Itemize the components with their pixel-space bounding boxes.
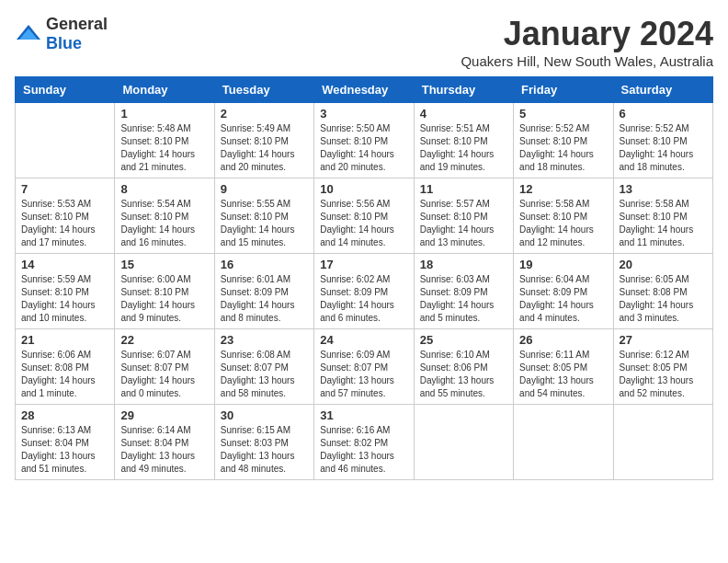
calendar-cell: 4Sunrise: 5:51 AM Sunset: 8:10 PM Daylig… <box>414 103 513 178</box>
day-info: Sunrise: 5:52 AM Sunset: 8:10 PM Dayligh… <box>519 122 607 174</box>
logo-general: General <box>46 15 108 33</box>
calendar-cell: 25Sunrise: 6:10 AM Sunset: 8:06 PM Dayli… <box>414 329 513 405</box>
calendar-cell: 19Sunrise: 6:04 AM Sunset: 8:09 PM Dayli… <box>514 254 613 329</box>
day-info: Sunrise: 6:09 AM Sunset: 8:07 PM Dayligh… <box>320 349 407 400</box>
calendar-subtitle: Quakers Hill, New South Wales, Australia <box>461 53 713 69</box>
logo-icon <box>15 23 42 45</box>
calendar-cell: 15Sunrise: 6:00 AM Sunset: 8:10 PM Dayli… <box>115 254 214 329</box>
day-info: Sunrise: 6:06 AM Sunset: 8:08 PM Dayligh… <box>21 349 108 400</box>
calendar-cell: 29Sunrise: 6:14 AM Sunset: 8:04 PM Dayli… <box>115 405 214 480</box>
calendar-header-tuesday: Tuesday <box>214 77 313 103</box>
day-info: Sunrise: 6:01 AM Sunset: 8:09 PM Dayligh… <box>221 273 308 325</box>
day-info: Sunrise: 5:58 AM Sunset: 8:10 PM Dayligh… <box>620 198 707 249</box>
calendar-cell: 21Sunrise: 6:06 AM Sunset: 8:08 PM Dayli… <box>16 329 115 405</box>
day-number: 17 <box>320 258 407 271</box>
calendar-cell: 23Sunrise: 6:08 AM Sunset: 8:07 PM Dayli… <box>214 329 313 405</box>
calendar-header-wednesday: Wednesday <box>314 77 414 103</box>
calendar-cell <box>16 103 115 178</box>
day-number: 6 <box>620 107 707 121</box>
day-number: 20 <box>620 258 707 271</box>
day-info: Sunrise: 6:07 AM Sunset: 8:07 PM Dayligh… <box>120 349 208 400</box>
day-number: 21 <box>21 333 108 347</box>
title-block: January 2024 Quakers Hill, New South Wal… <box>461 15 713 69</box>
calendar-cell: 9Sunrise: 5:55 AM Sunset: 8:10 PM Daylig… <box>214 178 313 254</box>
calendar-cell: 13Sunrise: 5:58 AM Sunset: 8:10 PM Dayli… <box>613 178 712 254</box>
day-number: 10 <box>320 182 407 196</box>
day-number: 7 <box>21 182 108 196</box>
calendar-table: SundayMondayTuesdayWednesdayThursdayFrid… <box>15 76 713 480</box>
day-info: Sunrise: 5:54 AM Sunset: 8:10 PM Dayligh… <box>120 198 208 249</box>
day-number: 15 <box>120 258 208 271</box>
day-info: Sunrise: 5:49 AM Sunset: 8:10 PM Dayligh… <box>221 122 308 174</box>
day-info: Sunrise: 6:16 AM Sunset: 8:02 PM Dayligh… <box>320 424 407 476</box>
day-number: 8 <box>120 182 208 196</box>
calendar-cell <box>414 405 513 480</box>
calendar-cell: 3Sunrise: 5:50 AM Sunset: 8:10 PM Daylig… <box>314 103 414 178</box>
day-info: Sunrise: 5:53 AM Sunset: 8:10 PM Dayligh… <box>21 198 108 249</box>
day-info: Sunrise: 6:10 AM Sunset: 8:06 PM Dayligh… <box>420 349 507 400</box>
calendar-cell: 6Sunrise: 5:52 AM Sunset: 8:10 PM Daylig… <box>613 103 712 178</box>
day-info: Sunrise: 6:13 AM Sunset: 8:04 PM Dayligh… <box>21 424 108 476</box>
day-number: 30 <box>221 408 308 422</box>
calendar-cell: 20Sunrise: 6:05 AM Sunset: 8:08 PM Dayli… <box>613 254 712 329</box>
day-number: 26 <box>519 333 607 347</box>
calendar-header-thursday: Thursday <box>414 77 513 103</box>
day-number: 1 <box>120 107 208 121</box>
calendar-header-saturday: Saturday <box>613 77 712 103</box>
logo-blue: Blue <box>46 34 82 52</box>
calendar-cell: 22Sunrise: 6:07 AM Sunset: 8:07 PM Dayli… <box>115 329 214 405</box>
day-number: 16 <box>221 258 308 271</box>
day-info: Sunrise: 6:04 AM Sunset: 8:09 PM Dayligh… <box>519 273 607 325</box>
page-header: General Blue January 2024 Quakers Hill, … <box>15 15 713 69</box>
calendar-week-row: 28Sunrise: 6:13 AM Sunset: 8:04 PM Dayli… <box>16 405 713 480</box>
day-info: Sunrise: 6:02 AM Sunset: 8:09 PM Dayligh… <box>320 273 407 325</box>
calendar-cell <box>514 405 613 480</box>
day-number: 11 <box>420 182 507 196</box>
day-info: Sunrise: 5:56 AM Sunset: 8:10 PM Dayligh… <box>320 198 407 249</box>
calendar-header-monday: Monday <box>115 77 214 103</box>
day-number: 12 <box>519 182 607 196</box>
day-info: Sunrise: 5:57 AM Sunset: 8:10 PM Dayligh… <box>420 198 507 249</box>
calendar-cell: 1Sunrise: 5:48 AM Sunset: 8:10 PM Daylig… <box>115 103 214 178</box>
day-number: 27 <box>620 333 707 347</box>
calendar-cell: 18Sunrise: 6:03 AM Sunset: 8:09 PM Dayli… <box>414 254 513 329</box>
calendar-cell: 10Sunrise: 5:56 AM Sunset: 8:10 PM Dayli… <box>314 178 414 254</box>
day-info: Sunrise: 6:05 AM Sunset: 8:08 PM Dayligh… <box>620 273 707 325</box>
day-number: 29 <box>120 408 208 422</box>
calendar-week-row: 7Sunrise: 5:53 AM Sunset: 8:10 PM Daylig… <box>16 178 713 254</box>
calendar-cell: 2Sunrise: 5:49 AM Sunset: 8:10 PM Daylig… <box>214 103 313 178</box>
day-number: 28 <box>21 408 108 422</box>
calendar-cell: 31Sunrise: 6:16 AM Sunset: 8:02 PM Dayli… <box>314 405 414 480</box>
logo: General Blue <box>15 15 108 53</box>
calendar-body: 1Sunrise: 5:48 AM Sunset: 8:10 PM Daylig… <box>16 103 713 480</box>
day-number: 5 <box>519 107 607 121</box>
day-number: 22 <box>120 333 208 347</box>
day-info: Sunrise: 5:51 AM Sunset: 8:10 PM Dayligh… <box>420 122 507 174</box>
calendar-cell: 17Sunrise: 6:02 AM Sunset: 8:09 PM Dayli… <box>314 254 414 329</box>
calendar-cell: 28Sunrise: 6:13 AM Sunset: 8:04 PM Dayli… <box>16 405 115 480</box>
calendar-cell: 27Sunrise: 6:12 AM Sunset: 8:05 PM Dayli… <box>613 329 712 405</box>
day-number: 18 <box>420 258 507 271</box>
day-info: Sunrise: 6:14 AM Sunset: 8:04 PM Dayligh… <box>120 424 208 476</box>
day-number: 13 <box>620 182 707 196</box>
calendar-cell: 12Sunrise: 5:58 AM Sunset: 8:10 PM Dayli… <box>514 178 613 254</box>
day-info: Sunrise: 5:58 AM Sunset: 8:10 PM Dayligh… <box>519 198 607 249</box>
day-info: Sunrise: 5:48 AM Sunset: 8:10 PM Dayligh… <box>120 122 208 174</box>
calendar-cell: 30Sunrise: 6:15 AM Sunset: 8:03 PM Dayli… <box>214 405 313 480</box>
day-number: 19 <box>519 258 607 271</box>
day-info: Sunrise: 6:03 AM Sunset: 8:09 PM Dayligh… <box>420 273 507 325</box>
day-info: Sunrise: 5:52 AM Sunset: 8:10 PM Dayligh… <box>620 122 707 174</box>
day-number: 25 <box>420 333 507 347</box>
day-info: Sunrise: 6:08 AM Sunset: 8:07 PM Dayligh… <box>221 349 308 400</box>
day-number: 4 <box>420 107 507 121</box>
day-number: 23 <box>221 333 308 347</box>
calendar-title: January 2024 <box>461 15 713 53</box>
calendar-cell: 14Sunrise: 5:59 AM Sunset: 8:10 PM Dayli… <box>16 254 115 329</box>
day-number: 24 <box>320 333 407 347</box>
calendar-cell: 24Sunrise: 6:09 AM Sunset: 8:07 PM Dayli… <box>314 329 414 405</box>
day-info: Sunrise: 5:50 AM Sunset: 8:10 PM Dayligh… <box>320 122 407 174</box>
day-number: 3 <box>320 107 407 121</box>
calendar-header-friday: Friday <box>514 77 613 103</box>
day-number: 9 <box>221 182 308 196</box>
calendar-cell: 5Sunrise: 5:52 AM Sunset: 8:10 PM Daylig… <box>514 103 613 178</box>
